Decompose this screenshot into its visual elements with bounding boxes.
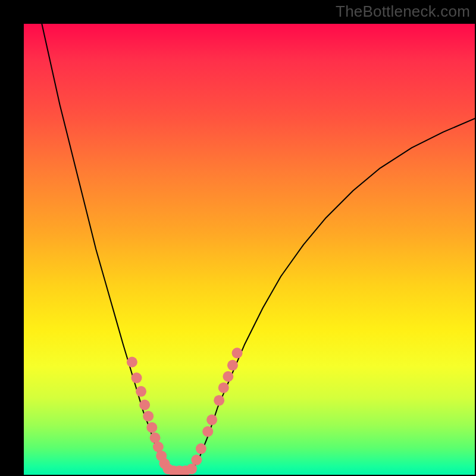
data-point [127,357,137,368]
data-point [131,372,142,383]
data-point [232,347,243,358]
data-point [191,455,202,465]
chart-svg [24,24,475,475]
data-point [136,386,146,397]
bottleneck-curve [42,24,475,471]
data-point [202,426,213,437]
curve-layer [42,24,475,471]
data-point [227,360,238,371]
data-point [186,464,197,474]
data-point [196,443,206,454]
marker-layer [127,347,243,475]
watermark-label: TheBottleneck.com [336,2,470,21]
data-point [218,383,229,393]
chart-frame: TheBottleneck.com [0,0,476,476]
data-point [206,415,217,425]
data-point [223,371,233,382]
data-point [143,411,154,421]
data-point [214,395,224,406]
data-point [139,400,150,411]
data-point [146,422,157,433]
plot-area [24,24,475,475]
